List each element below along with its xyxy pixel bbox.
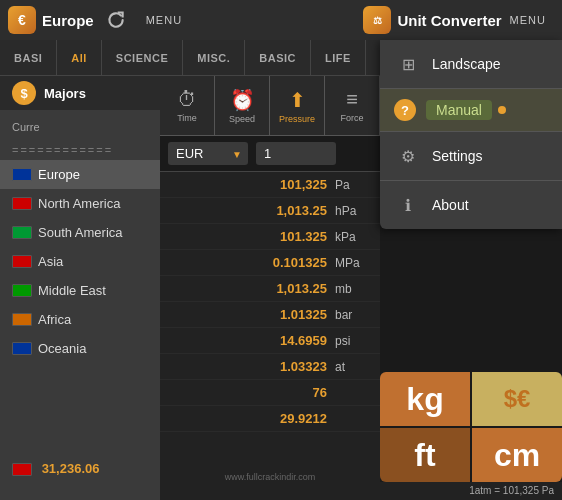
right-menu-button[interactable]: MENU bbox=[502, 10, 554, 30]
calc-kg-button[interactable]: kg bbox=[380, 372, 470, 426]
left-panel: $ Majors Curre ============ Europe North… bbox=[0, 76, 160, 500]
manual-active-dot bbox=[498, 106, 506, 114]
force-icon: ≡ bbox=[346, 88, 358, 111]
tab-all[interactable]: All bbox=[57, 40, 102, 75]
result-value-bar: 1.01325 bbox=[280, 307, 327, 322]
right-app-icon: ⚖ bbox=[363, 6, 391, 34]
result-value-hpa: 1,013.25 bbox=[276, 203, 327, 218]
left-panel-header: $ Majors bbox=[0, 76, 160, 110]
settings-icon: ⚙ bbox=[394, 142, 422, 170]
right-panel-menu: ⊞ Landscape ? Manual ⚙ Settings ℹ About bbox=[380, 40, 562, 229]
calc-cm-button[interactable]: cm bbox=[472, 428, 562, 482]
result-value-mpa: 0.101325 bbox=[273, 255, 327, 270]
result-unit-hpa: hPa bbox=[335, 204, 370, 218]
result-value-pa: 101,325 bbox=[280, 177, 327, 192]
menu-item-about[interactable]: ℹ About bbox=[380, 181, 562, 229]
input-row: EUR USD GBP ▼ bbox=[160, 136, 380, 172]
icons-row: ⏱ Time ⏰ Speed ⬆ Pressure ≡ Force bbox=[160, 76, 380, 136]
currency-label-row: Curre ============ Europe North America … bbox=[0, 110, 160, 367]
left-menu-button[interactable]: MENU bbox=[138, 10, 190, 30]
result-row-8: 76 bbox=[160, 380, 380, 406]
left-app-icon: € bbox=[8, 6, 36, 34]
tab-life[interactable]: LIFE bbox=[311, 40, 366, 75]
speed-icon: ⏰ bbox=[230, 88, 255, 112]
menu-item-landscape[interactable]: ⊞ Landscape bbox=[380, 40, 562, 89]
europe-flag bbox=[12, 168, 32, 181]
icon-tab-force[interactable]: ≡ Force bbox=[325, 76, 380, 135]
result-row-psi: 14.6959 psi bbox=[160, 328, 380, 354]
results-list: 101,325 Pa 1,013.25 hPa 101.325 kPa 0.10… bbox=[160, 172, 380, 474]
asia-flag bbox=[12, 255, 32, 268]
result-unit-pa: Pa bbox=[335, 178, 370, 192]
result-unit-bar: bar bbox=[335, 308, 370, 322]
landscape-icon: ⊞ bbox=[394, 50, 422, 78]
separator: ============ bbox=[0, 140, 160, 160]
refresh-icon[interactable] bbox=[102, 6, 130, 34]
result-unit-psi: psi bbox=[335, 334, 370, 348]
currency-select[interactable]: EUR USD GBP bbox=[168, 142, 248, 165]
bottom-result: 31,236.06 bbox=[0, 455, 160, 482]
main-panel: ⏱ Time ⏰ Speed ⬆ Pressure ≡ Force EUR US… bbox=[160, 76, 380, 500]
result-row-mpa: 0.101325 MPa bbox=[160, 250, 380, 276]
tab-misc[interactable]: MISC. bbox=[183, 40, 245, 75]
right-status-bar: 1atm = 101,325 Pa bbox=[360, 482, 562, 500]
result-unit-mb: mb bbox=[335, 282, 370, 296]
pressure-icon: ⬆ bbox=[289, 88, 306, 112]
right-app-title: Unit Converter bbox=[397, 12, 501, 29]
calc-dollar-button[interactable]: $€ bbox=[472, 372, 562, 426]
currency-label: Curre bbox=[0, 114, 160, 140]
region-north-america[interactable]: North America bbox=[0, 189, 160, 218]
region-oceania[interactable]: Oceania bbox=[0, 334, 160, 363]
result-row-9: 29.9212 bbox=[160, 406, 380, 432]
result-row-at: 1.03323 at bbox=[160, 354, 380, 380]
result-value-psi: 14.6959 bbox=[280, 333, 327, 348]
settings-label: Settings bbox=[432, 148, 483, 164]
bottom-flag bbox=[12, 463, 32, 476]
top-bar: € Europe MENU ⚖ Unit Converter MENU bbox=[0, 0, 562, 40]
icon-tab-speed[interactable]: ⏰ Speed bbox=[215, 76, 270, 135]
result-row-mb: 1,013.25 mb bbox=[160, 276, 380, 302]
region-south-america[interactable]: South America bbox=[0, 218, 160, 247]
icon-tab-time[interactable]: ⏱ Time bbox=[160, 76, 215, 135]
result-row-hpa: 1,013.25 hPa bbox=[160, 198, 380, 224]
region-africa[interactable]: Africa bbox=[0, 305, 160, 334]
calculator-widget: kg $€ ft cm bbox=[380, 372, 562, 482]
region-europe[interactable]: Europe bbox=[0, 160, 160, 189]
result-unit-at: at bbox=[335, 360, 370, 374]
majors-label: Majors bbox=[44, 86, 86, 101]
result-row-pa: 101,325 Pa bbox=[160, 172, 380, 198]
region-middle-east[interactable]: Middle East bbox=[0, 276, 160, 305]
left-app-title: Europe bbox=[42, 12, 94, 29]
calc-ft-button[interactable]: ft bbox=[380, 428, 470, 482]
right-app-section: ⚖ Unit Converter MENU bbox=[363, 6, 554, 34]
manual-icon: ? bbox=[394, 99, 416, 121]
watermark: www.fullcrackindir.com bbox=[160, 472, 380, 482]
result-row-bar: 1.01325 bar bbox=[160, 302, 380, 328]
landscape-label: Landscape bbox=[432, 56, 501, 72]
middle-east-flag bbox=[12, 284, 32, 297]
africa-flag bbox=[12, 313, 32, 326]
result-value-9: 29.9212 bbox=[280, 411, 327, 426]
left-app-section: € Europe MENU bbox=[8, 6, 363, 34]
value-input[interactable] bbox=[256, 142, 336, 165]
result-value-at: 1.03323 bbox=[280, 359, 327, 374]
currency-select-wrapper: EUR USD GBP ▼ bbox=[168, 142, 248, 165]
result-value-kpa: 101.325 bbox=[280, 229, 327, 244]
result-unit-kpa: kPa bbox=[335, 230, 370, 244]
region-asia[interactable]: Asia bbox=[0, 247, 160, 276]
about-icon: ℹ bbox=[394, 191, 422, 219]
about-label: About bbox=[432, 197, 469, 213]
result-unit-mpa: MPa bbox=[335, 256, 370, 270]
tab-science[interactable]: SCIENCE bbox=[102, 40, 183, 75]
result-row-kpa: 101.325 kPa bbox=[160, 224, 380, 250]
menu-item-settings[interactable]: ⚙ Settings bbox=[380, 132, 562, 181]
currency-icon: $ bbox=[12, 81, 36, 105]
manual-label: Manual bbox=[426, 100, 492, 120]
time-icon: ⏱ bbox=[177, 88, 197, 111]
icon-tab-pressure[interactable]: ⬆ Pressure bbox=[270, 76, 325, 135]
tab-basic[interactable]: BASIC bbox=[245, 40, 311, 75]
result-value-mb: 1,013.25 bbox=[276, 281, 327, 296]
menu-item-manual[interactable]: ? Manual bbox=[380, 89, 562, 132]
result-value-8: 76 bbox=[313, 385, 327, 400]
tab-basi[interactable]: BASI bbox=[0, 40, 57, 75]
